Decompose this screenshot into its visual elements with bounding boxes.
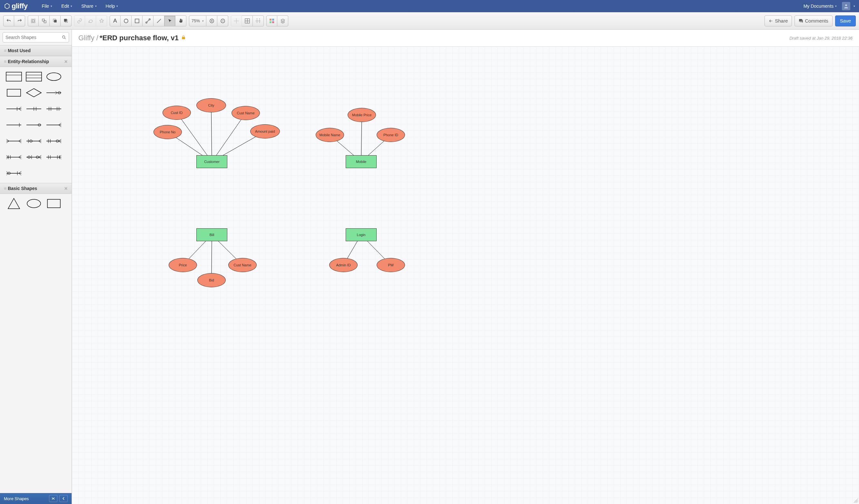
- svg-point-31: [63, 36, 65, 38]
- redo-button[interactable]: [14, 15, 25, 27]
- er-relation4[interactable]: [45, 103, 63, 115]
- svg-line-111: [211, 105, 212, 162]
- resize-handle-icon[interactable]: [853, 498, 858, 503]
- er-relation5[interactable]: [4, 119, 23, 131]
- svg-line-68: [19, 141, 21, 143]
- svg-rect-10: [135, 19, 139, 23]
- guides-button[interactable]: [253, 15, 264, 27]
- er-entity2-shape[interactable]: [25, 70, 43, 83]
- avatar[interactable]: [842, 2, 850, 10]
- collapse-sidebar-button[interactable]: [59, 495, 68, 502]
- lock-icon: [181, 35, 186, 41]
- ellipse-shape[interactable]: [25, 197, 43, 210]
- entity-bill[interactable]: Bill: [196, 228, 227, 241]
- chevron-down-icon: ▾: [95, 4, 97, 8]
- er-relation12[interactable]: [25, 151, 43, 163]
- pan-tool[interactable]: [176, 15, 186, 27]
- er-relation10[interactable]: [45, 135, 63, 147]
- group-button[interactable]: [28, 15, 39, 27]
- er-relation2[interactable]: [4, 103, 23, 115]
- er-diamond-shape[interactable]: [25, 86, 43, 99]
- line-tool[interactable]: [153, 15, 164, 27]
- theme-button[interactable]: [266, 15, 277, 27]
- ellipse-tool[interactable]: [121, 15, 132, 27]
- er-relation3[interactable]: [25, 103, 43, 115]
- svg-line-13: [157, 19, 161, 23]
- attribute-amount_paid[interactable]: Amount paid: [250, 124, 280, 139]
- attribute-admin_id[interactable]: Admin ID: [329, 258, 358, 272]
- comments-button[interactable]: Comments: [795, 15, 832, 27]
- er-relation14[interactable]: [4, 167, 23, 180]
- svg-point-12: [149, 19, 150, 20]
- zoom-in-button[interactable]: [206, 15, 217, 27]
- send-back-button[interactable]: [61, 15, 72, 27]
- close-icon[interactable]: ✕: [64, 186, 68, 191]
- attribute-bid[interactable]: Bid: [197, 273, 226, 287]
- ungroup-button[interactable]: [39, 15, 50, 27]
- er-shapes: [0, 67, 72, 183]
- menu-help[interactable]: Help▾: [101, 0, 123, 12]
- entity-customer[interactable]: Customer: [196, 155, 227, 168]
- er-relation6[interactable]: [25, 119, 43, 131]
- pointer-tool[interactable]: [164, 15, 176, 27]
- collapse-vertical-button[interactable]: [49, 495, 57, 502]
- er-entity-shape[interactable]: [4, 70, 23, 83]
- more-shapes-link[interactable]: More Shapes: [4, 496, 29, 501]
- zoom-select[interactable]: 75%▾: [189, 15, 206, 27]
- document-title[interactable]: *ERD purchase flow, v1: [100, 34, 179, 42]
- zoom-out-button[interactable]: [217, 15, 228, 27]
- entity-login[interactable]: Login: [346, 228, 377, 241]
- attribute-price[interactable]: Price: [169, 258, 197, 272]
- bring-front-button[interactable]: [50, 15, 61, 27]
- search-input[interactable]: [3, 32, 69, 43]
- canvas[interactable]: CustomerMobileBillLoginCust IDCityCust N…: [72, 46, 859, 504]
- attribute-phone_id[interactable]: Phone ID: [377, 128, 405, 142]
- svg-point-38: [47, 73, 61, 80]
- rect-shape[interactable]: [45, 197, 63, 210]
- er-relation11[interactable]: [4, 151, 23, 163]
- sidebar-footer: More Shapes: [0, 493, 72, 504]
- er-relation8[interactable]: [4, 135, 23, 147]
- main-menu: File▾ Edit▾ Share▾ Help▾: [37, 0, 123, 12]
- menu-file[interactable]: File▾: [37, 0, 57, 12]
- svg-line-104: [19, 171, 21, 173]
- attribute-mobile_price[interactable]: Mobile Price: [348, 108, 376, 122]
- attribute-cust_name2[interactable]: Cust Name: [228, 258, 257, 272]
- er-relation9[interactable]: [25, 135, 43, 147]
- svg-line-66: [6, 141, 9, 143]
- menu-share[interactable]: Share▾: [77, 0, 101, 12]
- attribute-city[interactable]: City: [196, 98, 226, 112]
- er-relation13[interactable]: [45, 151, 63, 163]
- chevron-down-icon[interactable]: ▾: [854, 4, 855, 8]
- link-button: [74, 15, 85, 27]
- undo-button[interactable]: [3, 15, 14, 27]
- connector-tool[interactable]: [142, 15, 153, 27]
- er-ellipse-shape[interactable]: [45, 70, 63, 83]
- panel-most-used[interactable]: ≡ Most Used: [0, 45, 72, 56]
- er-relation1[interactable]: [45, 86, 63, 99]
- er-rect-shape[interactable]: [4, 86, 23, 99]
- attribute-phone_no[interactable]: Phone No: [153, 125, 182, 139]
- rect-tool[interactable]: [132, 15, 142, 27]
- entity-mobile[interactable]: Mobile: [346, 155, 377, 168]
- my-documents-link[interactable]: My Documents▾: [802, 0, 839, 12]
- layers-button[interactable]: [277, 15, 288, 27]
- triangle-shape[interactable]: [4, 197, 23, 210]
- er-relation7[interactable]: [45, 119, 63, 131]
- sidebar: ≡ Most Used ≡ Entity-Relationship ✕: [0, 30, 72, 504]
- save-button[interactable]: Save: [835, 15, 856, 27]
- chevron-down-icon: ▾: [202, 19, 204, 22]
- svg-line-67: [19, 139, 21, 141]
- panel-basic-shapes[interactable]: ≡ Basic Shapes ✕: [0, 183, 72, 194]
- panel-entity-relationship[interactable]: ≡ Entity-Relationship ✕: [0, 56, 72, 67]
- close-icon[interactable]: ✕: [64, 59, 68, 64]
- attribute-pw[interactable]: PW: [377, 258, 405, 272]
- attribute-cust_id[interactable]: Cust ID: [163, 106, 191, 120]
- share-button[interactable]: Share: [765, 15, 792, 27]
- text-tool[interactable]: A: [110, 15, 121, 27]
- attribute-cust_name[interactable]: Cust Name: [231, 106, 260, 120]
- grid-button[interactable]: [242, 15, 253, 27]
- attribute-mobile_name[interactable]: Mobile Name: [316, 128, 344, 142]
- menu-edit[interactable]: Edit▾: [57, 0, 77, 12]
- breadcrumb[interactable]: Gliffy /: [78, 34, 99, 42]
